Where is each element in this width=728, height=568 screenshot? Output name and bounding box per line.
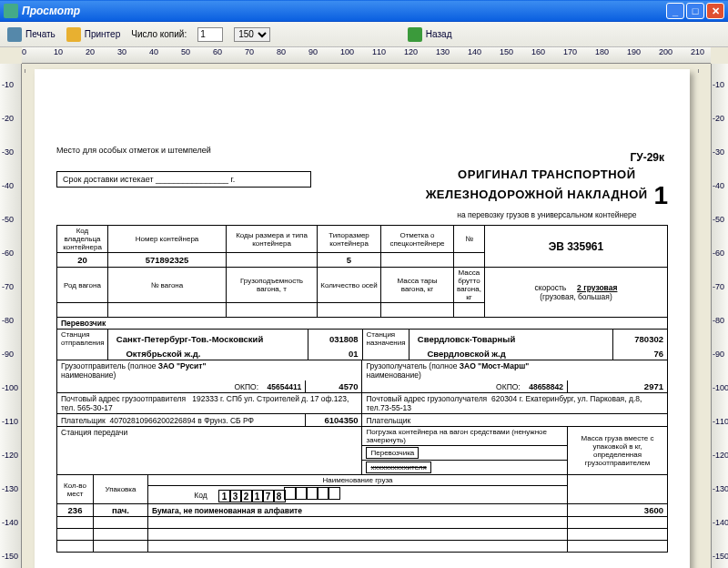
owner-code: 20 [57, 253, 108, 268]
document-page: ГУ-29к Место для особых отметок и штемпе… [35, 69, 690, 568]
print-label: Печать [25, 29, 56, 39]
printer-label: Принтер [85, 29, 120, 39]
cargo-qty: 236 [57, 504, 94, 517]
ruler-vertical-left: -10-20-30-40-50-60-70-80-90-100-110-120-… [0, 64, 22, 568]
container-header-table: Код владельца контейнера Номер контейнер… [56, 225, 668, 318]
ruler-horizontal: 0102030405060708090100110120130140150160… [22, 47, 711, 64]
form-code: ГУ-29к [630, 151, 664, 164]
close-button[interactable]: ✕ [706, 3, 724, 19]
parties-table: Грузоотправитель (полное ЗАО "Русит" наи… [56, 360, 668, 475]
cargo-table: Кол-во мест Упаковка Наименование груза … [56, 474, 668, 553]
cargo-pack: пач. [94, 504, 148, 517]
waybill-serial: ЭВ 335961 [484, 226, 667, 268]
print-icon [7, 27, 22, 42]
app-icon [4, 4, 18, 18]
cargo-mass: 3600 [568, 504, 668, 517]
speed-cell: скорость 2 грузовая (грузовая, большая) [484, 268, 667, 318]
doc-title-1: ОРИГИНАЛ ТРАНСПОРТНОЙ [458, 167, 635, 181]
titlebar: Просмотр _ □ ✕ [0, 0, 728, 22]
window-title: Просмотр [22, 5, 664, 17]
doc-title-number: 1 [653, 181, 668, 210]
printer-button[interactable]: Принтер [66, 27, 120, 42]
preview-workspace: 0102030405060708090100110120130140150160… [0, 47, 728, 568]
copies-label: Число копий: [131, 29, 187, 39]
back-icon [408, 27, 422, 42]
container-size: 5 [318, 253, 381, 268]
doc-subtitle: на перевозку грузов в универсальном конт… [426, 210, 668, 219]
mass-box: Масса груза вместе с упаковкой в кг, опр… [568, 427, 668, 475]
copies-input[interactable] [197, 27, 223, 42]
maximize-button[interactable]: □ [686, 3, 704, 19]
doc-title-2: ЖЕЛЕЗНОДОРОЖНОЙ НАКЛАДНОЙ [426, 188, 648, 201]
minimize-button[interactable]: _ [666, 3, 684, 19]
carrier-table: Перевозчик [56, 317, 668, 330]
toolbar: Печать Принтер Число копий: 150 % Назад [0, 22, 728, 47]
marks-place-label: Место для особых отметок и штемпелей [56, 146, 220, 155]
zoom-select[interactable]: 150 % [234, 27, 270, 42]
carrier-label: Перевозчик [57, 318, 668, 330]
stations-table: Станция отправления Санкт-Петербург-Тов.… [56, 329, 668, 360]
ruler-vertical-right: -10-20-30-40-50-60-70-80-90-100-110-120-… [711, 64, 728, 568]
printer-icon [66, 27, 81, 42]
print-button[interactable]: Печать [7, 27, 56, 42]
container-number: 571892325 [108, 253, 227, 268]
cargo-name: Бумага, не поименованная в алфавите [148, 504, 568, 517]
back-label: Назад [426, 29, 452, 39]
back-button[interactable]: Назад [408, 27, 452, 42]
delivery-deadline-box: Срок доставки истекает ________________ … [56, 171, 311, 188]
